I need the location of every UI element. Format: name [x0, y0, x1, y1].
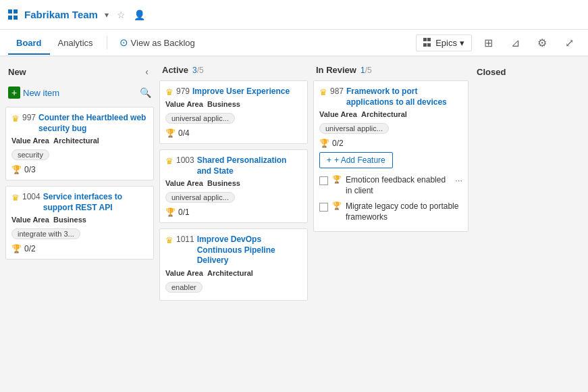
card-987-footer: 🏆 0/2 — [319, 139, 462, 148]
column-closed-header: Closed › — [474, 62, 588, 84]
crown-icon: ♛ — [11, 114, 20, 124]
card-1011-tag[interactable]: enabler — [165, 282, 203, 293]
card-979-title: Improve User Experience — [192, 87, 290, 97]
new-item-row: + New item 🔍 — [5, 84, 154, 101]
add-feature-plus-icon: + — [327, 155, 331, 165]
favorite-icon[interactable]: ☆ — [117, 9, 126, 20]
feature-checkbox-1[interactable] — [319, 203, 328, 212]
settings-button[interactable]: ⚙ — [531, 32, 553, 53]
filter-button[interactable]: ⊿ — [504, 32, 526, 53]
card-1004[interactable]: ♛ 1004 Service interfaces to support RES… — [5, 186, 154, 260]
card-979-score: 0/4 — [178, 128, 190, 138]
team-name[interactable]: Fabrikam Team — [24, 9, 98, 20]
column-new-header: New ‹ — [5, 62, 154, 84]
card-1011[interactable]: ♛ 1011 Improve DevOps Continuous Pipelin… — [159, 228, 308, 301]
nav-right: Epics ▾ ⊞ ⊿ ⚙ ⤢ — [416, 32, 580, 53]
feature-trophy-0: 🏆 — [332, 175, 342, 184]
plus-icon: + — [8, 87, 20, 99]
column-new: New ‹ + New item 🔍 ♛ 997 Counter the Hea… — [5, 62, 154, 387]
column-new-collapse[interactable]: ‹ — [142, 65, 151, 78]
card-997-tag[interactable]: security — [11, 149, 49, 160]
add-feature-button[interactable]: + + Add Feature — [319, 152, 393, 168]
view-as-backlog-button[interactable]: ⊙ View as Backlog — [113, 34, 202, 51]
feature-more-0[interactable]: ··· — [455, 175, 462, 185]
crown-icon-2: ♛ — [11, 193, 20, 203]
card-987[interactable]: ♛ 987 Framework to port applications to … — [313, 80, 469, 232]
card-1011-meta: Value Area Architectural — [165, 269, 302, 277]
card-979-tag[interactable]: universal applic... — [165, 113, 235, 124]
column-new-title: New — [8, 67, 26, 77]
card-1003[interactable]: ♛ 1003 Shared Personalization and State … — [159, 149, 308, 223]
trophy-icon-3: 🏆 — [11, 244, 22, 253]
card-987-tag[interactable]: universal applic... — [319, 123, 389, 134]
column-closed: Closed › — [474, 62, 588, 387]
card-997-score: 0/3 — [24, 165, 36, 174]
layout-button[interactable]: ⊞ — [477, 32, 499, 53]
card-979-id: 979 — [176, 87, 190, 96]
feature-item-1: 🏆 Migrate legacy code to portable framew… — [319, 199, 462, 225]
card-987-score: 0/2 — [332, 139, 344, 148]
card-1011-header: ♛ 1011 Improve DevOps Continuous Pipelin… — [165, 235, 302, 266]
card-987-title: Framework to port applications to all de… — [346, 87, 462, 107]
card-1003-tag[interactable]: universal applic... — [165, 192, 235, 203]
tab-board[interactable]: Board — [8, 32, 50, 55]
search-button[interactable]: 🔍 — [137, 84, 154, 101]
crown-icon-8: ♛ — [165, 235, 173, 245]
card-979-footer: 🏆 0/4 — [165, 128, 302, 138]
view-backlog-label: View as Backlog — [131, 38, 195, 48]
feature-checkbox-0[interactable] — [319, 176, 328, 185]
expand-button[interactable]: ⤢ — [558, 32, 580, 53]
epics-label: Epics — [435, 38, 457, 48]
column-active: Active 3/5 ♛ 979 Improve User Experience… — [159, 62, 308, 387]
crown-icon-9: ♛ — [319, 87, 327, 97]
card-997[interactable]: ♛ 997 Counter the Heartbleed web securit… — [5, 107, 154, 180]
feature-text-1: Migrate legacy code to portable framewor… — [346, 201, 462, 222]
feature-text-0: Emoticon feedback enabled in client — [346, 175, 451, 196]
column-in-review-title: In Review — [316, 65, 356, 75]
card-1003-score: 0/1 — [178, 207, 190, 217]
card-979-meta: Value Area Business — [165, 100, 302, 108]
card-1004-id: 1004 — [22, 192, 41, 201]
card-1011-title: Improve DevOps Continuous Pipeline Deliv… — [197, 235, 302, 266]
epics-button[interactable]: Epics ▾ — [416, 34, 472, 51]
new-item-label: New item — [23, 88, 59, 98]
new-item-button[interactable]: + New item — [5, 84, 133, 101]
column-closed-title: Closed — [477, 67, 506, 77]
epics-chevron-icon: ▾ — [460, 38, 464, 48]
column-in-review: In Review 1/5 ♛ 987 Framework to port ap… — [313, 62, 469, 387]
feature-item-0: 🏆 Emoticon feedback enabled in client ··… — [319, 172, 462, 199]
crown-icon-6: ♛ — [165, 156, 173, 166]
new-column-cards: ♛ 997 Counter the Heartbleed web securit… — [5, 107, 154, 260]
card-1003-header: ♛ 1003 Shared Personalization and State — [165, 155, 302, 176]
card-1004-header: ♛ 1004 Service interfaces to support RES… — [11, 192, 148, 213]
team-chevron-icon[interactable]: ▾ — [105, 10, 109, 20]
nav-divider — [107, 36, 107, 49]
column-active-title: Active — [162, 65, 188, 75]
card-1004-tag[interactable]: integrate with 3... — [11, 228, 80, 239]
column-in-review-count: 1/5 — [360, 66, 372, 75]
trophy-icon-10: 🏆 — [319, 139, 329, 148]
in-review-column-cards: ♛ 987 Framework to port applications to … — [313, 80, 469, 232]
card-987-id: 987 — [330, 87, 344, 96]
backlog-icon: ⊙ — [119, 36, 128, 49]
tab-analytics[interactable]: Analytics — [50, 32, 101, 55]
people-icon[interactable]: 👤 — [134, 9, 145, 20]
top-bar: Fabrikam Team ▾ ☆ 👤 — [0, 0, 588, 30]
card-997-title: Counter the Heartbleed web security bug — [38, 113, 148, 134]
card-979[interactable]: ♛ 979 Improve User Experience Value Area… — [159, 80, 308, 144]
active-column-cards: ♛ 979 Improve User Experience Value Area… — [159, 80, 308, 301]
trophy-icon-7: 🏆 — [165, 207, 176, 217]
column-in-review-header: In Review 1/5 — [313, 62, 469, 80]
feature-trophy-1: 🏆 — [332, 201, 342, 210]
epics-grid-icon — [423, 38, 433, 47]
card-1011-id: 1011 — [176, 235, 194, 244]
trophy-icon: 🏆 — [11, 165, 22, 174]
card-987-meta: Value Area Architectural — [319, 110, 462, 118]
app-icon — [8, 9, 19, 20]
card-1004-title: Service interfaces to support REST API — [43, 192, 148, 213]
card-997-id: 997 — [22, 113, 36, 122]
card-1004-meta: Value Area Business — [11, 216, 148, 224]
card-1003-footer: 🏆 0/1 — [165, 207, 302, 217]
card-997-footer: 🏆 0/3 — [11, 165, 148, 174]
card-979-header: ♛ 979 Improve User Experience — [165, 87, 302, 97]
